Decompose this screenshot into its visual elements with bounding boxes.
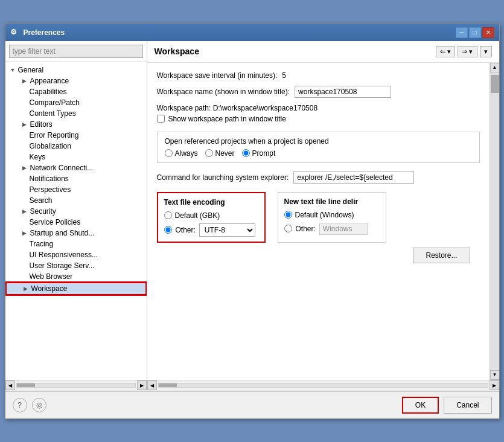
right-hscroll-right-btn[interactable]: ▶ — [490, 380, 499, 390]
panel-title: Workspace — [155, 46, 199, 56]
panel-header: Workspace ⇐ ▾ ⇒ ▾ ▾ — [147, 41, 499, 63]
left-panel-hscroll[interactable]: ◀ ▶ — [5, 380, 147, 391]
tree-item-content-types[interactable]: Content Types — [5, 108, 147, 119]
tree-item-keys[interactable]: Keys — [5, 152, 147, 162]
tree-label-compare-patch: Compare/Patch — [30, 98, 80, 107]
cancel-button[interactable]: Cancel — [444, 397, 491, 414]
right-hscroll-left-btn[interactable]: ◀ — [147, 380, 157, 390]
show-path-label: Show workspace path in window title — [168, 115, 286, 123]
tree-item-user-storage[interactable]: User Storage Serv... — [5, 260, 147, 271]
close-button[interactable]: ✕ — [482, 27, 494, 38]
tree-label-workspace: Workspace — [31, 284, 68, 293]
hscroll-track[interactable] — [16, 383, 136, 388]
tree-label-security: Security — [30, 207, 56, 216]
open-projects-box: Open referenced projects when a project … — [157, 132, 480, 163]
radio-never[interactable]: Never — [205, 149, 235, 158]
workspace-name-input[interactable] — [295, 86, 391, 98]
help-button[interactable]: ? — [13, 398, 27, 412]
tree-item-globalization[interactable]: Globalization — [5, 141, 147, 152]
tree-label-ui-responsiveness: UI Responsiveness... — [30, 251, 98, 259]
tree-area: ▼ General ▶ Appearance Capabilities Comp… — [5, 62, 147, 298]
tree-item-ui-responsiveness[interactable]: UI Responsiveness... — [5, 249, 147, 260]
tree-item-network[interactable]: ▶ Network Connecti... — [5, 162, 147, 173]
vscroll-track[interactable] — [490, 72, 499, 370]
info-button[interactable]: ◎ — [32, 398, 46, 412]
text-encoding-box: Text file encoding Default (GBK) Other: — [157, 192, 266, 243]
tree-item-compare-patch[interactable]: Compare/Patch — [5, 97, 147, 108]
show-path-checkbox[interactable] — [157, 115, 165, 123]
newline-other-input — [319, 223, 368, 235]
tree-item-search[interactable]: Search — [5, 195, 147, 206]
tree-item-general[interactable]: ▼ General — [5, 65, 147, 75]
tree-item-notifications[interactable]: Notifications — [5, 173, 147, 184]
newline-other-radio[interactable] — [284, 225, 292, 232]
newline-other-label: Other: — [296, 225, 316, 233]
radio-always[interactable]: Always — [165, 149, 198, 158]
workspace-path-row: Workspace path: D:\workspace\workspace17… — [157, 104, 480, 123]
bottom-bar: ? ◎ OK Cancel — [5, 391, 499, 418]
title-bar: ⚙ Preferences ─ □ ✕ — [5, 24, 499, 41]
radio-always-label: Always — [175, 149, 198, 158]
minimize-button[interactable]: ─ — [456, 27, 468, 38]
nav-more-button[interactable]: ▾ — [480, 46, 492, 57]
open-projects-label: Open referenced projects when a project … — [165, 137, 472, 146]
expand-icon-editors: ▶ — [22, 121, 28, 127]
right-hscroll-thumb — [159, 383, 177, 387]
radio-prompt-input[interactable] — [242, 149, 250, 157]
expand-icon-startup: ▶ — [22, 230, 28, 236]
restore-button[interactable]: Restore... — [413, 248, 470, 263]
expand-icon-workspace: ▶ — [24, 286, 30, 292]
workspace-name-label: Workspace name (shown in window title): — [157, 88, 290, 96]
tree-item-capabilities[interactable]: Capabilities — [5, 86, 147, 97]
tree-label-network: Network Connecti... — [30, 164, 94, 172]
tree-item-service-policies[interactable]: Service Policies — [5, 217, 147, 228]
command-input[interactable] — [293, 171, 414, 184]
panel-body: Workspace save interval (in minutes): 5 … — [147, 63, 499, 380]
panel-content: Workspace save interval (in minutes): 5 … — [147, 63, 490, 274]
tree-item-perspectives[interactable]: Perspectives — [5, 184, 147, 195]
restore-area: Restore... — [157, 243, 480, 266]
encoding-other-radio[interactable] — [164, 226, 172, 234]
hscroll-right-btn[interactable]: ▶ — [137, 380, 147, 390]
newline-default-radio[interactable] — [284, 211, 292, 219]
tree-label-editors: Editors — [30, 120, 53, 129]
nav-forward-button[interactable]: ⇒ ▾ — [458, 46, 477, 57]
expand-icon-appearance: ▶ — [22, 78, 28, 84]
tree-item-security[interactable]: ▶ Security — [5, 206, 147, 217]
encoding-section: Text file encoding Default (GBK) Other: — [157, 192, 480, 243]
tree-item-startup[interactable]: ▶ Startup and Shutd... — [5, 228, 147, 239]
ok-button[interactable]: OK — [402, 397, 439, 414]
encoding-dropdown[interactable]: UTF-8 GBK UTF-16 ISO-8859-1 — [199, 223, 255, 237]
radio-never-input[interactable] — [205, 149, 213, 157]
radio-prompt-label: Prompt — [252, 149, 276, 158]
right-panel-hscroll[interactable]: ◀ ▶ — [147, 380, 499, 391]
tree-item-web-browser[interactable]: Web Browser — [5, 271, 147, 282]
tree-item-error-reporting[interactable]: Error Reporting — [5, 130, 147, 141]
tree-label-capabilities: Capabilities — [30, 88, 67, 96]
vscroll-down-btn[interactable]: ▼ — [490, 370, 499, 380]
tree-item-tracing[interactable]: Tracing — [5, 239, 147, 249]
tree-item-editors[interactable]: ▶ Editors — [5, 119, 147, 130]
radio-prompt[interactable]: Prompt — [242, 149, 276, 158]
newline-title: New text file line delir — [284, 197, 380, 206]
right-hscroll-track[interactable] — [158, 383, 488, 388]
hscroll-left-btn[interactable]: ◀ — [5, 380, 15, 390]
workspace-path-label: Workspace path: D:\workspace\workspace17… — [157, 104, 480, 112]
right-scrollbar[interactable]: ▲ ▼ — [490, 63, 499, 380]
maximize-button[interactable]: □ — [469, 27, 481, 38]
save-interval-label: Workspace save interval (in minutes): — [157, 71, 278, 80]
vscroll-up-btn[interactable]: ▲ — [490, 63, 499, 72]
filter-input[interactable] — [9, 45, 143, 58]
radio-always-input[interactable] — [165, 149, 173, 157]
tree-item-workspace[interactable]: ▶ Workspace — [5, 282, 147, 295]
tree-item-appearance[interactable]: ▶ Appearance — [5, 75, 147, 86]
tree-scroll-area[interactable]: ▼ General ▶ Appearance Capabilities Comp… — [5, 62, 147, 380]
tree-label-web-browser: Web Browser — [30, 272, 73, 281]
expand-icon-network: ▶ — [22, 165, 28, 171]
content-area: ▼ General ▶ Appearance Capabilities Comp… — [5, 41, 499, 418]
encoding-default-radio[interactable] — [164, 211, 172, 219]
encoding-other-label: Other: — [176, 226, 196, 234]
tree-label-user-storage: User Storage Serv... — [30, 261, 95, 270]
nav-back-button[interactable]: ⇐ ▾ — [436, 46, 455, 57]
newline-default-row: Default (Windows) — [284, 211, 380, 219]
